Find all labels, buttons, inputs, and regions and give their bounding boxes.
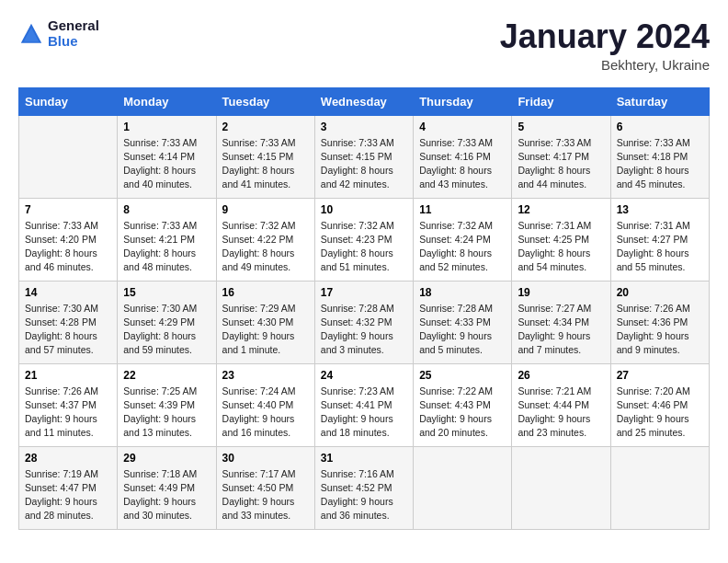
day-number: 16 (222, 286, 309, 299)
day-info: Sunrise: 7:25 AMSunset: 4:39 PMDaylight:… (123, 385, 210, 441)
header: General Blue January 2024 Bekhtery, Ukra… (18, 18, 710, 73)
day-info: Sunrise: 7:17 AMSunset: 4:50 PMDaylight:… (222, 467, 309, 523)
day-number: 26 (518, 369, 604, 382)
day-cell (512, 446, 610, 529)
day-cell: 13Sunrise: 7:31 AMSunset: 4:27 PMDayligh… (610, 198, 709, 281)
day-info: Sunrise: 7:33 AMSunset: 4:20 PMDaylight:… (25, 219, 111, 275)
day-number: 20 (617, 286, 703, 299)
col-monday: Monday (118, 87, 216, 115)
day-cell: 14Sunrise: 7:30 AMSunset: 4:28 PMDayligh… (19, 281, 118, 363)
logo-icon (18, 21, 44, 47)
day-cell: 24Sunrise: 7:23 AMSunset: 4:41 PMDayligh… (314, 363, 413, 446)
day-cell: 31Sunrise: 7:16 AMSunset: 4:52 PMDayligh… (314, 446, 413, 529)
col-wednesday: Wednesday (314, 87, 413, 115)
day-cell: 9Sunrise: 7:32 AMSunset: 4:22 PMDaylight… (216, 198, 314, 281)
day-number: 23 (222, 369, 309, 382)
calendar-header: Sunday Monday Tuesday Wednesday Thursday… (19, 87, 710, 115)
day-number: 2 (222, 121, 309, 133)
day-cell: 21Sunrise: 7:26 AMSunset: 4:37 PMDayligh… (19, 363, 118, 446)
day-number: 11 (419, 203, 506, 216)
day-info: Sunrise: 7:24 AMSunset: 4:40 PMDaylight:… (222, 385, 309, 441)
day-info: Sunrise: 7:32 AMSunset: 4:24 PMDaylight:… (419, 219, 506, 275)
day-number: 24 (321, 369, 407, 382)
col-tuesday: Tuesday (216, 87, 314, 115)
day-info: Sunrise: 7:23 AMSunset: 4:41 PMDaylight:… (321, 385, 407, 441)
day-cell: 11Sunrise: 7:32 AMSunset: 4:24 PMDayligh… (414, 198, 512, 281)
week-row-3: 21Sunrise: 7:26 AMSunset: 4:37 PMDayligh… (19, 363, 710, 446)
day-cell: 25Sunrise: 7:22 AMSunset: 4:43 PMDayligh… (414, 363, 512, 446)
calendar-body: 1Sunrise: 7:33 AMSunset: 4:14 PMDaylight… (19, 115, 710, 529)
month-title: January 2024 (500, 18, 710, 55)
day-cell (19, 115, 118, 198)
day-cell: 5Sunrise: 7:33 AMSunset: 4:17 PMDaylight… (512, 115, 610, 198)
day-info: Sunrise: 7:30 AMSunset: 4:28 PMDaylight:… (25, 302, 111, 358)
day-cell: 29Sunrise: 7:18 AMSunset: 4:49 PMDayligh… (118, 446, 216, 529)
day-info: Sunrise: 7:32 AMSunset: 4:22 PMDaylight:… (222, 219, 309, 275)
col-thursday: Thursday (414, 87, 512, 115)
day-info: Sunrise: 7:26 AMSunset: 4:36 PMDaylight:… (617, 302, 703, 358)
day-number: 19 (518, 286, 604, 299)
day-info: Sunrise: 7:32 AMSunset: 4:23 PMDaylight:… (321, 219, 407, 275)
day-info: Sunrise: 7:33 AMSunset: 4:16 PMDaylight:… (419, 136, 506, 192)
day-cell: 22Sunrise: 7:25 AMSunset: 4:39 PMDayligh… (118, 363, 216, 446)
location: Bekhtery, Ukraine (500, 57, 710, 73)
logo-text: General Blue (48, 18, 99, 49)
day-info: Sunrise: 7:28 AMSunset: 4:33 PMDaylight:… (419, 302, 506, 358)
day-cell: 15Sunrise: 7:30 AMSunset: 4:29 PMDayligh… (118, 281, 216, 363)
calendar-table: Sunday Monday Tuesday Wednesday Thursday… (18, 87, 710, 530)
day-cell: 3Sunrise: 7:33 AMSunset: 4:15 PMDaylight… (314, 115, 413, 198)
logo: General Blue (18, 18, 99, 49)
day-number: 27 (617, 369, 703, 382)
day-info: Sunrise: 7:29 AMSunset: 4:30 PMDaylight:… (222, 302, 309, 358)
logo-line2: Blue (48, 34, 99, 50)
day-number: 12 (518, 203, 604, 216)
day-cell (414, 446, 512, 529)
day-info: Sunrise: 7:31 AMSunset: 4:27 PMDaylight:… (617, 219, 703, 275)
day-cell: 7Sunrise: 7:33 AMSunset: 4:20 PMDaylight… (19, 198, 118, 281)
day-info: Sunrise: 7:33 AMSunset: 4:18 PMDaylight:… (617, 136, 703, 192)
day-number: 5 (518, 121, 604, 133)
day-cell: 18Sunrise: 7:28 AMSunset: 4:33 PMDayligh… (414, 281, 512, 363)
day-number: 31 (321, 452, 407, 465)
week-row-4: 28Sunrise: 7:19 AMSunset: 4:47 PMDayligh… (19, 446, 710, 529)
day-number: 3 (321, 121, 407, 133)
day-info: Sunrise: 7:27 AMSunset: 4:34 PMDaylight:… (518, 302, 604, 358)
day-info: Sunrise: 7:19 AMSunset: 4:47 PMDaylight:… (25, 467, 111, 523)
day-cell: 12Sunrise: 7:31 AMSunset: 4:25 PMDayligh… (512, 198, 610, 281)
day-number: 7 (25, 203, 111, 216)
day-info: Sunrise: 7:28 AMSunset: 4:32 PMDaylight:… (321, 302, 407, 358)
day-number: 25 (419, 369, 506, 382)
day-cell: 17Sunrise: 7:28 AMSunset: 4:32 PMDayligh… (314, 281, 413, 363)
day-info: Sunrise: 7:33 AMSunset: 4:15 PMDaylight:… (222, 136, 309, 192)
day-cell: 6Sunrise: 7:33 AMSunset: 4:18 PMDaylight… (610, 115, 709, 198)
day-cell: 1Sunrise: 7:33 AMSunset: 4:14 PMDaylight… (118, 115, 216, 198)
day-number: 6 (617, 121, 703, 133)
day-cell: 26Sunrise: 7:21 AMSunset: 4:44 PMDayligh… (512, 363, 610, 446)
title-area: January 2024 Bekhtery, Ukraine (500, 18, 710, 73)
day-number: 9 (222, 203, 309, 216)
day-cell: 30Sunrise: 7:17 AMSunset: 4:50 PMDayligh… (216, 446, 314, 529)
day-info: Sunrise: 7:33 AMSunset: 4:14 PMDaylight:… (123, 136, 210, 192)
header-row: Sunday Monday Tuesday Wednesday Thursday… (19, 87, 710, 115)
day-info: Sunrise: 7:21 AMSunset: 4:44 PMDaylight:… (518, 385, 604, 441)
week-row-1: 7Sunrise: 7:33 AMSunset: 4:20 PMDaylight… (19, 198, 710, 281)
col-sunday: Sunday (19, 87, 118, 115)
day-number: 30 (222, 452, 309, 465)
day-cell: 4Sunrise: 7:33 AMSunset: 4:16 PMDaylight… (414, 115, 512, 198)
day-cell: 27Sunrise: 7:20 AMSunset: 4:46 PMDayligh… (610, 363, 709, 446)
day-cell (610, 446, 709, 529)
day-number: 28 (25, 452, 111, 465)
day-number: 17 (321, 286, 407, 299)
day-info: Sunrise: 7:33 AMSunset: 4:17 PMDaylight:… (518, 136, 604, 192)
day-number: 29 (123, 452, 210, 465)
day-info: Sunrise: 7:20 AMSunset: 4:46 PMDaylight:… (617, 385, 703, 441)
day-number: 22 (123, 369, 210, 382)
logo-line1: General (48, 18, 99, 34)
day-number: 15 (123, 286, 210, 299)
day-number: 8 (123, 203, 210, 216)
day-cell: 10Sunrise: 7:32 AMSunset: 4:23 PMDayligh… (314, 198, 413, 281)
day-cell: 16Sunrise: 7:29 AMSunset: 4:30 PMDayligh… (216, 281, 314, 363)
day-number: 13 (617, 203, 703, 216)
week-row-2: 14Sunrise: 7:30 AMSunset: 4:28 PMDayligh… (19, 281, 710, 363)
day-number: 4 (419, 121, 506, 133)
